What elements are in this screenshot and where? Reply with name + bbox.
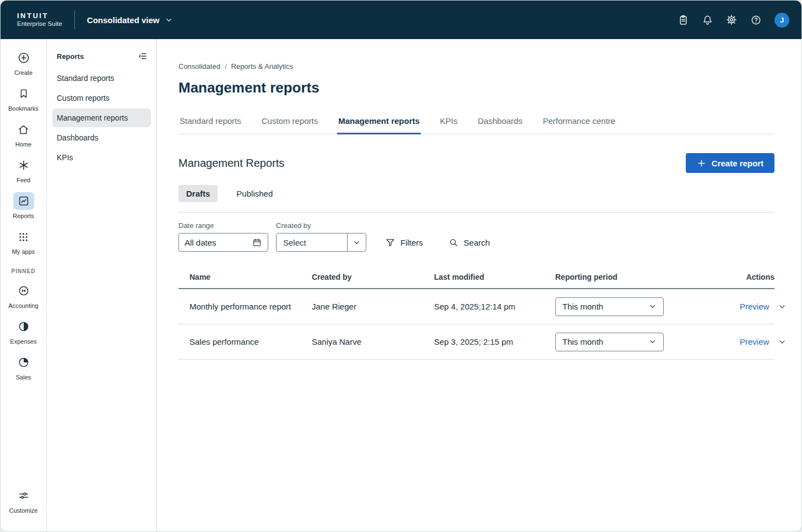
panel-item-custom-reports[interactable]: Custom reports: [52, 89, 151, 107]
created-by-select[interactable]: Select: [276, 233, 366, 252]
nav-accounting[interactable]: Accounting: [3, 282, 44, 309]
chevron-down-icon: [347, 234, 366, 251]
nav-reports[interactable]: Reports: [3, 192, 44, 219]
section-divider: [178, 212, 774, 213]
top-header: INTUIT Enterprise Suite Consolidated vie…: [1, 1, 801, 39]
tab-standard-reports[interactable]: Standard reports: [178, 114, 242, 134]
table-row: Sales performance Saniya Narve Sep 3, 20…: [178, 324, 774, 360]
consolidated-view-selector[interactable]: Consolidated view: [87, 15, 172, 25]
col-actions: Actions: [746, 265, 774, 288]
logo-wordmark: INTUIT: [17, 12, 62, 20]
preview-link[interactable]: Preview: [740, 302, 769, 311]
search-button[interactable]: Search: [442, 233, 497, 252]
collapse-panel-icon[interactable]: [138, 51, 148, 61]
tab-performance-centre[interactable]: Performance centre: [541, 114, 616, 134]
report-tabs: Standard reports Custom reports Manageme…: [178, 114, 774, 134]
reporting-period-value: This month: [562, 302, 603, 311]
plus-circle-icon: [13, 49, 34, 67]
nav-accounting-label: Accounting: [8, 302, 38, 309]
nav-my-apps-label: My apps: [12, 248, 35, 255]
report-created-by: Saniya Narve: [312, 337, 434, 346]
nav-my-apps[interactable]: My apps: [3, 228, 44, 255]
nav-sales[interactable]: Sales: [3, 354, 44, 381]
search-icon: [448, 237, 459, 248]
accounting-icon: [13, 282, 34, 300]
preview-link[interactable]: Preview: [740, 337, 769, 346]
tab-kpis[interactable]: KPIs: [439, 114, 459, 134]
search-button-label: Search: [464, 238, 490, 247]
nav-bookmarks[interactable]: Bookmarks: [3, 85, 44, 112]
settings-icon[interactable]: [720, 9, 743, 31]
reporting-period-select[interactable]: This month: [555, 333, 664, 351]
nav-expenses[interactable]: Expenses: [3, 318, 44, 345]
nav-customize-label: Customize: [9, 507, 38, 514]
reports-chart-icon: [13, 192, 34, 210]
notifications-icon[interactable]: [696, 9, 718, 31]
pinned-section-label: PINNED: [12, 268, 36, 274]
panel-item-dashboards[interactable]: Dashboards: [52, 128, 151, 147]
tab-custom-reports[interactable]: Custom reports: [261, 114, 319, 134]
main-content: Consolidated / Reports & Analytics Manag…: [157, 39, 801, 531]
nav-feed-label: Feed: [17, 177, 30, 183]
filter-funnel-icon: [385, 237, 395, 248]
create-report-button[interactable]: Create report: [686, 153, 774, 173]
table-header-row: Name Created by Last modified Reporting …: [178, 265, 774, 289]
col-last-modified: Last modified: [434, 265, 555, 288]
section-title: Management Reports: [178, 157, 284, 170]
sales-icon: [13, 354, 34, 371]
date-range-input[interactable]: All dates: [178, 233, 268, 252]
reporting-period-select[interactable]: This month: [555, 297, 664, 316]
tab-management-reports[interactable]: Management reports: [337, 114, 421, 134]
filters-button[interactable]: Filters: [378, 233, 430, 252]
logo-product-name: Enterprise Suite: [17, 20, 62, 28]
drafts-published-toggle: Drafts Published: [178, 185, 774, 202]
app-body: Create Bookmarks Home Feed: [1, 39, 801, 531]
breadcrumb-consolidated[interactable]: Consolidated: [178, 62, 220, 70]
header-divider: [74, 10, 75, 29]
report-last-modified: Sep 3, 2025; 2:15 pm: [434, 337, 555, 346]
panel-item-kpis[interactable]: KPIs: [52, 148, 151, 167]
nav-customize[interactable]: Customize: [3, 487, 44, 514]
panel-item-management-reports[interactable]: Management reports: [52, 108, 151, 127]
nav-create[interactable]: Create: [3, 49, 44, 76]
report-created-by: Jane Rieger: [312, 302, 434, 311]
row-actions-chevron-icon[interactable]: [778, 302, 787, 311]
nav-feed[interactable]: Feed: [3, 156, 44, 183]
reporting-period-value: This month: [562, 337, 603, 346]
nav-reports-label: Reports: [13, 213, 34, 219]
tasks-icon[interactable]: [672, 9, 694, 31]
col-name: Name: [189, 265, 312, 288]
feed-spark-icon: [13, 156, 34, 174]
chevron-down-icon: [165, 17, 172, 24]
date-range-value: All dates: [185, 238, 216, 247]
created-by-label: Created by: [276, 221, 366, 230]
avatar[interactable]: J: [774, 13, 789, 28]
breadcrumb-separator: /: [225, 62, 227, 70]
filters-row: Date range All dates Created by Select: [178, 221, 774, 252]
breadcrumb-reports-analytics[interactable]: Reports & Analytics: [231, 62, 294, 70]
tab-dashboards[interactable]: Dashboards: [477, 114, 524, 134]
help-icon[interactable]: [745, 9, 767, 31]
created-by-value: Select: [277, 238, 347, 247]
report-last-modified: Sep 4, 2025;12:14 pm: [434, 302, 555, 311]
drafts-toggle[interactable]: Drafts: [178, 185, 218, 202]
panel-title: Reports: [57, 52, 84, 61]
row-actions-chevron-icon[interactable]: [778, 338, 787, 346]
customize-sliders-icon: [13, 487, 34, 504]
nav-create-label: Create: [14, 69, 32, 76]
plus-icon: [697, 159, 706, 168]
nav-home-label: Home: [15, 141, 31, 148]
chevron-down-icon: [648, 338, 657, 346]
reports-table: Name Created by Last modified Reporting …: [178, 265, 774, 360]
nav-home[interactable]: Home: [3, 121, 44, 148]
page-title: Management reports: [178, 79, 774, 96]
left-nav-rail: Create Bookmarks Home Feed: [1, 39, 47, 531]
filters-button-label: Filters: [400, 238, 423, 247]
nav-expenses-label: Expenses: [10, 338, 36, 345]
col-created-by: Created by: [312, 265, 434, 288]
panel-item-standard-reports[interactable]: Standard reports: [52, 69, 151, 88]
breadcrumb: Consolidated / Reports & Analytics: [178, 62, 774, 70]
published-toggle[interactable]: Published: [229, 185, 280, 202]
date-range-label: Date range: [178, 221, 268, 230]
report-name: Sales performance: [189, 337, 312, 346]
